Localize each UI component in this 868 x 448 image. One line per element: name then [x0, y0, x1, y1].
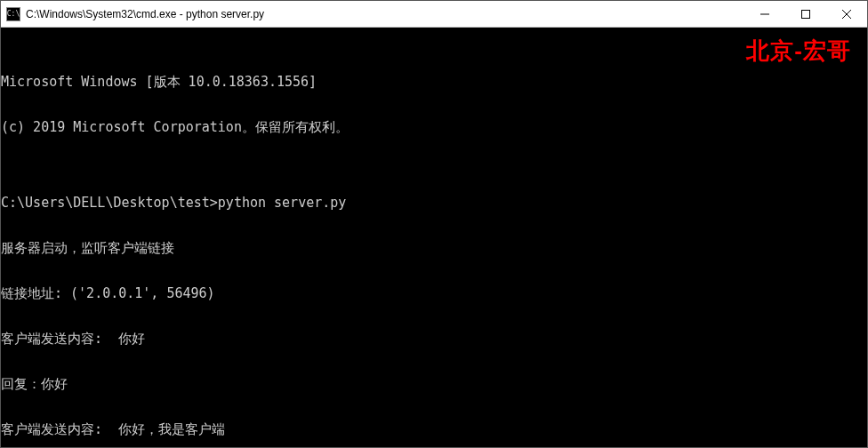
terminal-output[interactable]: 北京-宏哥 Microsoft Windows [版本 10.0.18363.1…	[1, 28, 867, 448]
minimize-icon	[760, 10, 769, 19]
svg-rect-1	[802, 10, 810, 18]
maximize-button[interactable]	[785, 1, 826, 27]
minimize-button[interactable]	[744, 1, 785, 27]
window-controls	[744, 1, 867, 27]
terminal-line: C:\Users\DELL\Desktop\test>python server…	[1, 196, 867, 211]
terminal-line: 服务器启动，监听客户端链接	[1, 241, 867, 256]
terminal-line: (c) 2019 Microsoft Corporation。保留所有权利。	[1, 120, 867, 135]
terminal-line: 客户端发送内容: 你好，我是客户端	[1, 422, 867, 437]
terminal-line: Microsoft Windows [版本 10.0.18363.1556]	[1, 75, 867, 90]
cmd-icon: C:\	[6, 7, 20, 21]
maximize-icon	[801, 10, 810, 19]
close-button[interactable]	[826, 1, 867, 27]
watermark-text: 北京-宏哥	[746, 44, 851, 59]
terminal-line: 回复：你好	[1, 377, 867, 392]
terminal-line: 客户端发送内容: 你好	[1, 332, 867, 347]
close-icon	[842, 10, 851, 19]
cmd-icon-text: C:\	[7, 10, 20, 18]
terminal-line: 链接地址: ('2.0.0.1', 56496)	[1, 286, 867, 301]
window-title: C:\Windows\System32\cmd.exe - python ser…	[26, 8, 744, 20]
window-titlebar: C:\ C:\Windows\System32\cmd.exe - python…	[1, 1, 867, 28]
